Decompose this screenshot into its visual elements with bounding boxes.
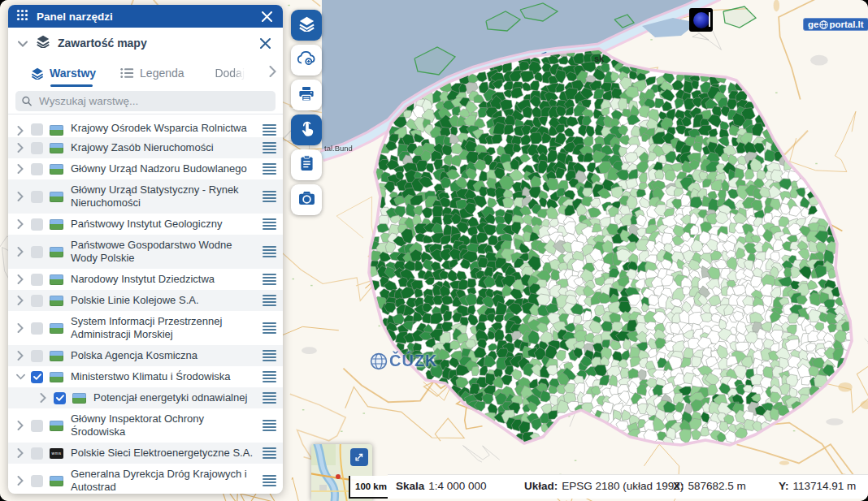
minimap-expand-button[interactable]	[350, 448, 368, 466]
tab-legenda[interactable]: Legenda	[120, 58, 184, 88]
layer-menu-icon[interactable]	[263, 274, 276, 285]
layer-label: Państwowe Gospodarstwo Wodne Wody Polski…	[71, 237, 258, 266]
layer-thumbnail	[50, 125, 63, 136]
chevron-right-icon[interactable]	[10, 323, 31, 333]
chevron-right-icon[interactable]	[10, 247, 31, 257]
cuzk-watermark: ČÚZK	[370, 352, 438, 370]
layer-menu-icon[interactable]	[263, 142, 276, 153]
layer-row[interactable]: Potencjał energetyki odnawialnej	[8, 387, 283, 408]
chevron-right-icon[interactable]	[10, 143, 31, 153]
layer-checkbox[interactable]	[31, 191, 43, 203]
tab-warstwy[interactable]: Warstwy	[31, 58, 96, 88]
layer-row[interactable]: Państwowe Gospodarstwo Wodne Wody Polski…	[8, 235, 283, 269]
layer-menu-icon[interactable]	[263, 218, 276, 230]
layer-row[interactable]: Państwowy Instytut Geologiczny	[8, 214, 283, 235]
layer-checkbox[interactable]	[31, 322, 43, 335]
geoportal-lt-badge[interactable]: geportal.lt	[803, 18, 868, 31]
chevron-right-icon[interactable]	[10, 274, 31, 284]
chevron-right-icon[interactable]	[10, 164, 31, 174]
layer-label: Generalna Dyrekcja Dróg Krajowych i Auto…	[71, 466, 258, 494]
layer-checkbox[interactable]	[54, 392, 66, 404]
layer-row[interactable]: Krajowy Ośrodek Wsparcia Rolnictwa	[8, 114, 283, 137]
layer-menu-icon[interactable]	[263, 447, 276, 459]
layer-thumbnail	[50, 192, 63, 202]
layer-menu-icon[interactable]	[263, 163, 276, 175]
layer-checkbox[interactable]	[31, 246, 43, 258]
toolbar-button-layers[interactable]	[291, 10, 322, 41]
chevron-right-icon[interactable]	[10, 421, 31, 430]
cuzk-text: ČÚZK	[389, 352, 438, 370]
collapse-chevron-icon[interactable]	[18, 36, 28, 50]
toolbar-button-cloud-add[interactable]	[291, 45, 322, 76]
layer-checkbox[interactable]	[31, 123, 43, 136]
panel-tabs: Warstwy Legenda Dodaj	[8, 58, 283, 88]
chevron-right-icon[interactable]	[10, 351, 31, 361]
layer-checkbox[interactable]	[31, 420, 43, 432]
layer-row[interactable]: wmsPolskie Sieci Elektroenergetyczne S.A…	[8, 443, 283, 464]
chevron-down-icon[interactable]	[10, 374, 31, 380]
layer-row[interactable]: Krajowy Zasób Nieruchomości	[8, 137, 283, 158]
search-icon	[22, 96, 32, 106]
layer-label: Polska Agencja Kosmiczna	[71, 348, 258, 364]
layer-label: System Informacji Przestrzennej Administ…	[71, 313, 258, 343]
layer-row[interactable]: Narodowy Instytut Dziedzictwa	[8, 269, 283, 290]
layer-search[interactable]	[15, 91, 276, 111]
layer-checkbox[interactable]	[31, 295, 43, 307]
toolbar-button-clipboard[interactable]	[291, 149, 322, 180]
toolbar-button-printer[interactable]	[291, 80, 322, 110]
badge-text-prefix: ge	[808, 19, 818, 29]
clipboard-icon	[300, 155, 314, 175]
webcam-marker[interactable]	[689, 8, 713, 32]
layer-checkbox[interactable]	[31, 142, 43, 154]
layer-menu-icon[interactable]	[263, 350, 276, 361]
layer-menu-icon[interactable]	[263, 191, 276, 202]
chevron-right-icon[interactable]	[10, 219, 31, 229]
layer-row[interactable]: Polskie Linie Kolejowe S.A.	[8, 290, 283, 311]
layer-label: Polskie Sieci Elektroenergetyczne S.A.	[71, 445, 258, 461]
chevron-right-icon[interactable]	[10, 126, 31, 136]
layer-row[interactable]: Główny Urząd Statystyczny - Rynek Nieruc…	[8, 179, 283, 214]
layer-thumbnail	[50, 274, 63, 285]
chevron-right-icon[interactable]	[33, 393, 54, 403]
layer-thumbnail	[50, 323, 63, 334]
tabs-overflow-chevron-icon[interactable]	[269, 66, 276, 80]
chevron-right-icon[interactable]	[10, 192, 31, 201]
layer-menu-icon[interactable]	[263, 475, 276, 486]
toolbar-button-camera[interactable]	[291, 184, 322, 215]
webcam-lens	[693, 12, 710, 28]
toolbar-button-touch-pointer[interactable]	[291, 114, 322, 145]
chevron-right-icon[interactable]	[10, 476, 31, 486]
chevron-right-icon[interactable]	[10, 296, 31, 305]
layer-row[interactable]: Ministerstwo Klimatu i Środowiska	[8, 366, 283, 387]
layer-menu-icon[interactable]	[263, 392, 276, 404]
layer-menu-icon[interactable]	[263, 124, 276, 136]
layer-row[interactable]: Polska Agencja Kosmiczna	[8, 345, 283, 366]
panel-close-icon[interactable]	[258, 8, 275, 24]
layer-checkbox[interactable]	[31, 475, 43, 487]
layer-label: Krajowy Zasób Nieruchomości	[71, 140, 258, 156]
layer-row[interactable]: Główny Inspektorat Ochrony Środowiska	[8, 408, 283, 443]
search-input[interactable]	[37, 94, 269, 108]
section-title: Zawartość mapy	[58, 37, 257, 50]
tab-dodaj[interactable]: Dodaj	[209, 58, 245, 88]
layer-row[interactable]: System Informacji Przestrzennej Administ…	[8, 311, 283, 345]
layer-checkbox[interactable]	[31, 163, 43, 175]
layer-menu-icon[interactable]	[263, 371, 276, 382]
scalebar-label: 100 km	[355, 482, 387, 491]
section-close-icon[interactable]	[257, 35, 273, 51]
layer-menu-icon[interactable]	[263, 420, 276, 431]
chevron-right-icon[interactable]	[10, 448, 31, 458]
x-coordinate-readout: X:587682.5 m	[673, 480, 746, 492]
layer-row[interactable]: Główny Urząd Nadzoru Budowlanego	[8, 158, 283, 179]
layer-checkbox[interactable]	[31, 350, 43, 362]
layer-menu-icon[interactable]	[263, 295, 276, 306]
layer-checkbox[interactable]	[31, 371, 43, 383]
layer-checkbox[interactable]	[31, 447, 43, 460]
svg-text:sk: sk	[594, 54, 605, 63]
badge-text-suffix: portal.lt	[829, 19, 863, 29]
layer-menu-icon[interactable]	[263, 246, 276, 257]
layer-checkbox[interactable]	[31, 218, 43, 231]
layer-menu-icon[interactable]	[263, 322, 276, 334]
layer-row[interactable]: Generalna Dyrekcja Dróg Krajowych i Auto…	[8, 464, 283, 494]
layer-checkbox[interactable]	[31, 274, 43, 286]
